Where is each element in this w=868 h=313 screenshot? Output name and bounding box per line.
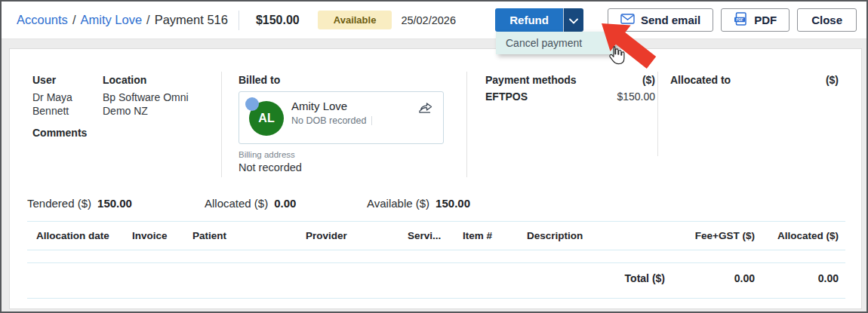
refund-dropdown-toggle[interactable] [563, 8, 583, 32]
close-label: Close [811, 14, 842, 26]
table-empty-row-divider [27, 262, 845, 263]
available-summary: Available ($)150.00 [367, 197, 470, 210]
available-label: Available ($) [367, 197, 429, 210]
refund-dropdown-menu: Cancel payment [496, 32, 615, 54]
allocation-table-header: Allocation date Invoice Patient Provider… [27, 227, 845, 244]
patient-name: Amity Love [291, 100, 347, 112]
payment-date: 25/02/2026 [401, 14, 456, 26]
send-email-button[interactable]: Send email [608, 8, 713, 32]
menu-item-cancel-payment[interactable]: Cancel payment [506, 37, 582, 49]
close-button[interactable]: Close [797, 8, 857, 32]
header-divider [239, 11, 239, 30]
payment-details-card: User Dr Maya Bennett Location Bp Softwar… [9, 48, 862, 309]
column-allocated: Allocated ($) [762, 230, 845, 241]
dob-divider [371, 116, 372, 125]
column-fee-gst: Fee+GST ($) [672, 230, 762, 241]
column-invoice: Invoice [132, 230, 192, 241]
column-item: Item # [463, 230, 527, 241]
allocated-to-label: Allocated to [670, 74, 731, 86]
column-allocation-date: Allocation date [27, 230, 132, 241]
refund-button[interactable]: Refund [495, 8, 563, 32]
allocated-summary: Allocated ($)0.00 [205, 197, 296, 210]
payment-method-name: EFTPOS [485, 91, 528, 103]
available-value: 150.00 [436, 197, 470, 210]
summary-divider [27, 221, 845, 222]
share-arrow-icon[interactable] [418, 101, 433, 117]
pdf-button[interactable]: PDF PDF [721, 8, 790, 32]
avatar: AL [249, 101, 284, 136]
location-label: Location [103, 74, 146, 86]
payment-method-row: EFTPOS $150.00 [485, 91, 655, 103]
tendered-summary: Tendered ($)150.00 [27, 197, 132, 210]
billing-address-value: Not recorded [239, 161, 302, 173]
breadcrumb-current-payment: Payment 516 [155, 13, 228, 27]
section-divider [657, 72, 658, 156]
billed-to-label: Billed to [239, 74, 280, 86]
table-header-divider [27, 250, 845, 250]
payment-methods-header: Payment methods ($) [485, 74, 655, 86]
payment-methods-label: Payment methods [485, 74, 577, 86]
billed-patient-card[interactable]: AL Amity Love No DOB recorded [239, 91, 444, 144]
presence-dot [245, 97, 259, 111]
table-total-row: Total ($) 0.00 0.00 [27, 268, 845, 289]
refund-split-button: Refund [495, 8, 583, 32]
chevron-down-icon [569, 14, 578, 27]
column-patient: Patient [192, 230, 306, 241]
total-label: Total ($) [527, 272, 672, 284]
allocated-to-header: Allocated to ($) [670, 74, 839, 86]
user-label: User [32, 74, 56, 86]
pdf-file-icon: PDF [734, 12, 748, 28]
payment-amount: $150.00 [256, 14, 300, 27]
breadcrumb-separator: / [72, 13, 76, 27]
patient-dob-text: No DOB recorded [291, 115, 366, 126]
app-window: Accounts / Amity Love / Payment 516 $150… [0, 0, 868, 313]
avatar-initials: AL [258, 112, 274, 125]
column-service: Servi... [408, 230, 463, 241]
allocated-to-currency: ($) [826, 74, 839, 86]
comments-label: Comments [32, 127, 87, 139]
payment-methods-currency: ($) [642, 74, 655, 86]
status-badge: Available [318, 11, 392, 29]
breadcrumb-patient-link[interactable]: Amity Love [80, 13, 142, 27]
table-bottom-divider [27, 298, 845, 299]
column-provider: Provider [306, 230, 408, 241]
total-allocated: 0.00 [762, 272, 845, 284]
location-value: Bp Software Omni Demo NZ [103, 91, 212, 118]
header-actions: Refund Send email PDF PDF [495, 8, 857, 32]
patient-dob: No DOB recorded [291, 115, 372, 126]
user-value: Dr Maya Bennett [32, 91, 99, 118]
payment-header-bar: Accounts / Amity Love / Payment 516 $150… [2, 2, 866, 39]
total-fee-gst: 0.00 [672, 272, 762, 284]
svg-text:PDF: PDF [736, 18, 743, 22]
send-email-label: Send email [641, 14, 700, 26]
column-description: Description [527, 230, 672, 241]
section-divider [466, 72, 467, 177]
allocated-value: 0.00 [274, 197, 296, 210]
tendered-value: 150.00 [97, 197, 132, 210]
breadcrumb-separator: / [146, 13, 150, 27]
tendered-label: Tendered ($) [27, 197, 91, 210]
breadcrumb: Accounts / Amity Love / Payment 516 [17, 13, 228, 27]
breadcrumb-accounts-link[interactable]: Accounts [17, 13, 68, 27]
section-divider [221, 72, 222, 177]
allocated-label: Allocated ($) [205, 197, 268, 210]
pdf-label: PDF [754, 14, 777, 26]
envelope-icon [620, 14, 635, 26]
billing-address-label: Billing address [239, 150, 295, 159]
payment-method-amount: $150.00 [617, 91, 655, 103]
